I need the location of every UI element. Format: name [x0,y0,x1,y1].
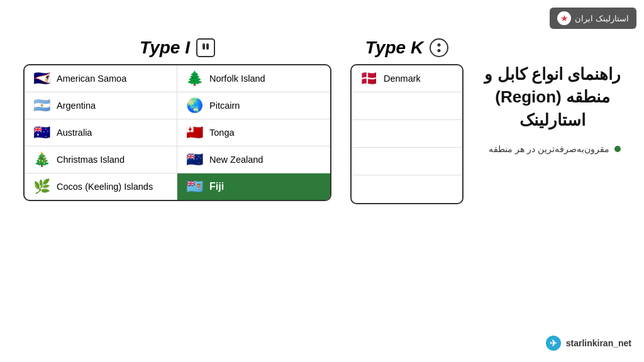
type-i-header: Type I [140,38,215,58]
flag-new-zealand: 🇳🇿 [186,153,203,167]
country-argentina[interactable]: 🇦🇷 Argentina [25,92,177,119]
country-christmas-island[interactable]: 🎄 Christmas Island [25,146,177,173]
empty-row-3 [352,148,462,175]
flag-argentina: 🇦🇷 [33,99,50,112]
flag-norfolk-island: 🌲 [186,72,203,85]
name-cocos-islands: Cocos (Keeling) Islands [57,182,153,192]
info-section: راهنمای انواع کابل و منطقه (Region) استا… [482,38,621,154]
name-denmark: Denmark [384,74,421,84]
type-k-table: 🇩🇰 Denmark [350,64,464,204]
info-note-text: مقرون‌به‌صرفه‌ترین در هر منطقه [489,144,609,154]
country-norfolk-island[interactable]: 🌲 Norfolk Island [177,65,330,92]
telegram-handle: starlinkiran_net [566,338,631,348]
socket-i-icon [196,38,215,57]
flag-denmark: 🇩🇰 [360,72,377,85]
country-australia[interactable]: 🇦🇺 Australia [25,119,177,146]
type-i-grid: 🇦🇸 American Samoa 🌲 Norfolk Island 🇦🇷 Ar… [25,65,330,200]
country-cocos-islands[interactable]: 🌿 Cocos (Keeling) Islands [25,173,177,200]
empty-row-2 [352,120,462,148]
name-american-samoa: American Samoa [57,74,126,84]
type-i-table: 🇦🇸 American Samoa 🌲 Norfolk Island 🇦🇷 Ar… [23,64,331,201]
country-new-zealand[interactable]: 🇳🇿 New Zealand [177,146,330,173]
telegram-bar[interactable]: ✈ starlinkiran_net [546,336,631,351]
name-pitcairn: Pitcairn [209,101,240,111]
logo-icon [557,11,571,25]
country-american-samoa[interactable]: 🇦🇸 American Samoa [25,65,177,92]
flag-christmas-island: 🎄 [33,153,50,167]
name-norfolk-island: Norfolk Island [209,74,265,84]
name-tonga: Tonga [209,128,235,138]
flag-american-samoa: 🇦🇸 [33,72,50,85]
telegram-icon: ✈ [546,336,561,351]
logo-text: استارلینک ایران [575,14,629,23]
socket-k-icon [430,38,448,57]
main-content: Type I 🇦🇸 American Samoa 🌲 Norfolk Islan… [0,0,644,204]
info-title-line2: منطقه (Region) [484,85,621,108]
type-i-block: Type I 🇦🇸 American Samoa 🌲 Norfolk Islan… [23,38,331,201]
country-pitcairn[interactable]: 🌏 Pitcairn [177,92,330,119]
type-k-title: Type K [365,38,423,58]
info-note: مقرون‌به‌صرفه‌ترین در هر منطقه [489,144,621,154]
logo-badge: استارلینک ایران [550,8,636,29]
flag-tonga: 🇹🇴 [186,126,203,140]
flag-australia: 🇦🇺 [33,126,50,140]
name-argentina: Argentina [57,101,96,111]
name-christmas-island: Christmas Island [57,155,125,165]
country-fiji[interactable]: 🇫🇯 Fiji [177,173,330,200]
green-dot-icon [614,146,621,152]
name-new-zealand: New Zealand [209,155,263,165]
type-k-block: Type K 🇩🇰 Denmark [350,38,464,204]
info-brand: استارلینک [484,109,621,131]
type-i-title: Type I [140,38,190,58]
name-australia: Australia [57,128,92,138]
info-subtitle: منطقه (Region) [495,87,610,106]
country-tonga[interactable]: 🇹🇴 Tonga [177,119,330,146]
name-fiji: Fiji [209,181,224,192]
info-title-line1: راهنمای انواع کابل و [484,63,621,85]
flag-cocos-islands: 🌿 [33,180,50,194]
flag-pitcairn: 🌏 [186,99,203,112]
info-title: راهنمای انواع کابل و منطقه (Region) استا… [484,63,621,131]
type-k-header: Type K [365,38,448,58]
empty-row-4 [352,175,462,203]
empty-row-1 [352,92,462,120]
flag-fiji: 🇫🇯 [186,180,203,194]
country-denmark[interactable]: 🇩🇰 Denmark [352,65,462,92]
